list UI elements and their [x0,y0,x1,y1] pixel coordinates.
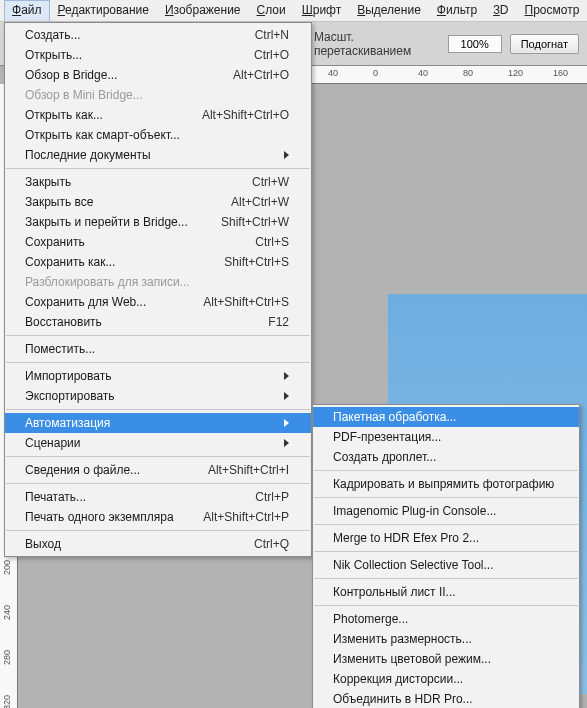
menu-item-shortcut: Alt+Shift+Ctrl+P [203,510,289,524]
file-menu-item-2[interactable]: Обзор в Bridge...Alt+Ctrl+O [5,65,311,85]
menu-item-shortcut: F12 [268,315,289,329]
file-menu-item-1[interactable]: Открыть...Ctrl+O [5,45,311,65]
file-menu-item-27[interactable]: Печатать...Ctrl+P [5,487,311,507]
menu-item-shortcut: Alt+Shift+Ctrl+I [208,463,289,477]
menu-item-shortcut: Shift+Ctrl+W [221,215,289,229]
menu-item-label: Photomerge... [333,612,408,626]
file-menu-dropdown: Создать...Ctrl+NОткрыть...Ctrl+OОбзор в … [4,22,312,557]
menu-item-label: Контрольный лист II... [333,585,456,599]
file-menu-item-8[interactable]: ЗакрытьCtrl+W [5,172,311,192]
chevron-right-icon [284,392,289,400]
menu-item-shortcut: Ctrl+W [252,175,289,189]
file-menu-item-5[interactable]: Открыть как смарт-объект... [5,125,311,145]
file-menu-item-0[interactable]: Создать...Ctrl+N [5,25,311,45]
menu-item-label: Объединить в HDR Pro... [333,692,473,706]
auto-submenu-item-18[interactable]: Объединить в HDR Pro... [313,689,579,708]
menu-item-label: Imagenomic Plug-in Console... [333,504,496,518]
auto-submenu-item-12[interactable]: Контрольный лист II... [313,582,579,602]
ruler-h-tick: 40 [328,68,338,78]
menu-item-label: Nik Collection Selective Tool... [333,558,494,572]
auto-submenu-item-14[interactable]: Photomerge... [313,609,579,629]
menu-Выделение[interactable]: Выделение [349,0,429,21]
menu-item-label: Изменить размерность... [333,632,472,646]
auto-submenu-item-2[interactable]: Создать дроплет... [313,447,579,467]
auto-submenu-item-15[interactable]: Изменить размерность... [313,629,579,649]
menu-item-label: Закрыть и перейти в Bridge... [25,215,188,229]
file-menu-item-25[interactable]: Сведения о файле...Alt+Shift+Ctrl+I [5,460,311,480]
menu-item-label: PDF-презентация... [333,430,441,444]
menu-item-label: Кадрировать и выпрямить фотографию [333,477,554,491]
fit-screen-button[interactable]: Подогнат [510,34,579,54]
menu-item-shortcut: Alt+Ctrl+W [231,195,289,209]
file-menu-item-4[interactable]: Открыть как...Alt+Shift+Ctrl+O [5,105,311,125]
ruler-h-tick: 80 [463,68,473,78]
file-menu-item-12[interactable]: Сохранить как...Shift+Ctrl+S [5,252,311,272]
file-menu-item-17[interactable]: Поместить... [5,339,311,359]
ruler-h-tick: 120 [508,68,523,78]
scrubby-zoom-label: Масшт. перетаскиванием [314,30,440,58]
file-menu-item-28[interactable]: Печать одного экземпляраAlt+Shift+Ctrl+P [5,507,311,527]
menu-item-shortcut: Shift+Ctrl+S [224,255,289,269]
menu-item-label: Создать... [25,28,81,42]
file-menu-item-9[interactable]: Закрыть всеAlt+Ctrl+W [5,192,311,212]
auto-submenu-item-6[interactable]: Imagenomic Plug-in Console... [313,501,579,521]
menu-item-label: Обзор в Bridge... [25,68,117,82]
menu-item-label: Открыть... [25,48,82,62]
menu-Редактирование[interactable]: Редактирование [50,0,157,21]
auto-submenu-item-10[interactable]: Nik Collection Selective Tool... [313,555,579,575]
menu-item-shortcut: Ctrl+Q [254,537,289,551]
automation-submenu: Пакетная обработка...PDF-презентация...С… [312,404,580,708]
file-menu-item-19[interactable]: Импортировать [5,366,311,386]
chevron-right-icon [284,372,289,380]
file-menu-item-13: Разблокировать для записи... [5,272,311,292]
menu-Просмотр[interactable]: Просмотр [517,0,588,21]
menu-Файл[interactable]: Файл [4,0,50,21]
menu-item-label: Изменить цветовой режим... [333,652,491,666]
file-menu-item-6[interactable]: Последние документы [5,145,311,165]
menu-item-label: Сохранить [25,235,85,249]
menu-Фильтр[interactable]: Фильтр [429,0,485,21]
auto-submenu-item-8[interactable]: Merge to HDR Efex Pro 2... [313,528,579,548]
menu-item-label: Merge to HDR Efex Pro 2... [333,531,479,545]
auto-submenu-item-0[interactable]: Пакетная обработка... [313,407,579,427]
menu-item-label: Печать одного экземпляра [25,510,174,524]
auto-submenu-item-16[interactable]: Изменить цветовой режим... [313,649,579,669]
auto-submenu-item-4[interactable]: Кадрировать и выпрямить фотографию [313,474,579,494]
menu-item-shortcut: Alt+Shift+Ctrl+O [202,108,289,122]
menu-item-label: Печатать... [25,490,86,504]
file-menu-item-3: Обзор в Mini Bridge... [5,85,311,105]
menu-item-label: Обзор в Mini Bridge... [25,88,143,102]
ruler-h-tick: 0 [373,68,378,78]
auto-submenu-item-1[interactable]: PDF-презентация... [313,427,579,447]
menu-item-shortcut: Alt+Shift+Ctrl+S [203,295,289,309]
menu-item-label: Экспортировать [25,389,115,403]
menu-3D[interactable]: 3D [485,0,516,21]
menu-Шрифт[interactable]: Шрифт [294,0,349,21]
zoom-value[interactable]: 100% [448,35,502,53]
menu-item-shortcut: Alt+Ctrl+O [233,68,289,82]
ruler-v-tick: 200 [2,560,12,575]
file-menu-item-30[interactable]: ВыходCtrl+Q [5,534,311,554]
menu-Изображение[interactable]: Изображение [157,0,249,21]
file-menu-item-15[interactable]: ВосстановитьF12 [5,312,311,332]
auto-submenu-item-17[interactable]: Коррекция дисторсии... [313,669,579,689]
ruler-h-tick: 40 [418,68,428,78]
menu-Слои[interactable]: Слои [249,0,294,21]
menu-item-label: Автоматизация [25,416,110,430]
menu-item-label: Открыть как... [25,108,103,122]
chevron-right-icon [284,151,289,159]
file-menu-item-10[interactable]: Закрыть и перейти в Bridge...Shift+Ctrl+… [5,212,311,232]
ruler-v-tick: 240 [2,605,12,620]
file-menu-item-11[interactable]: СохранитьCtrl+S [5,232,311,252]
menu-item-shortcut: Ctrl+O [254,48,289,62]
menu-item-label: Поместить... [25,342,95,356]
chevron-right-icon [284,439,289,447]
menu-item-label: Сохранить для Web... [25,295,146,309]
file-menu-item-20[interactable]: Экспортировать [5,386,311,406]
file-menu-item-22[interactable]: Автоматизация [5,413,311,433]
menu-item-label: Закрыть все [25,195,93,209]
file-menu-item-14[interactable]: Сохранить для Web...Alt+Shift+Ctrl+S [5,292,311,312]
menu-item-label: Последние документы [25,148,151,162]
menu-item-label: Создать дроплет... [333,450,436,464]
file-menu-item-23[interactable]: Сценарии [5,433,311,453]
